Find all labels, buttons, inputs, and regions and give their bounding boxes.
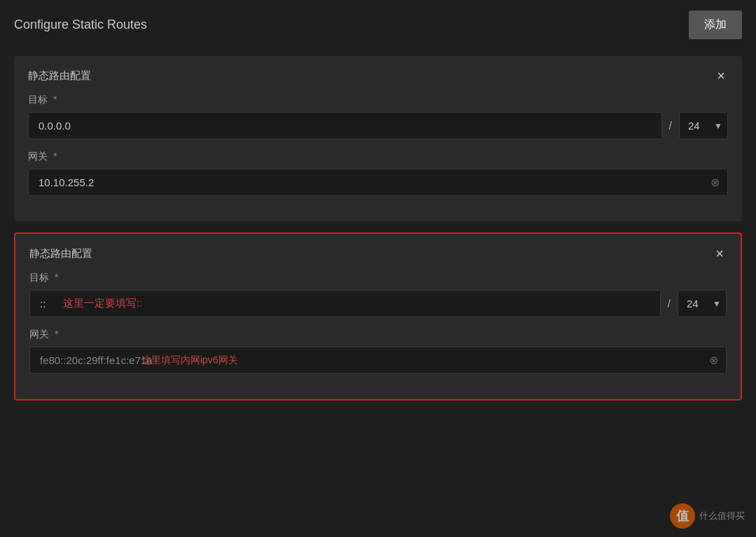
- watermark-label: 什么值得买: [699, 510, 745, 522]
- card-2-prefix-select[interactable]: 8 16 24 32 48 64 128: [678, 290, 727, 317]
- card-2-target-label: 目标 *: [29, 272, 727, 284]
- card-2-gateway-input[interactable]: [29, 347, 727, 374]
- card-2-target-ip-input[interactable]: [29, 290, 661, 317]
- route-card-1: 静态路由配置 × 目标 * / 8 16 24 32: [14, 56, 742, 221]
- watermark: 值 什么值得买: [670, 503, 745, 529]
- card-1-header: 静态路由配置 ×: [28, 67, 728, 84]
- header-bar: Configure Static Routes 添加: [0, 0, 756, 49]
- card-1-target-label: 目标 *: [28, 94, 728, 106]
- card-1-gateway-label: 网关 *: [28, 151, 728, 163]
- card-2-header: 静态路由配置 ×: [29, 245, 727, 262]
- card-1-prefix-wrapper: 8 16 24 32 ▼: [679, 112, 728, 139]
- card-2-prefix-wrapper: 8 16 24 32 48 64 128 ▼: [678, 290, 727, 317]
- card-1-close-button[interactable]: ×: [714, 67, 728, 84]
- card-1-gateway-input[interactable]: [28, 169, 728, 196]
- card-2-ip-wrapper: 这里一定要填写::: [29, 290, 661, 317]
- card-2-gateway-label: 网关 *: [29, 328, 727, 341]
- card-1-slash: /: [669, 120, 672, 132]
- card-2-gateway-wrapper: 这里填写内网ipv6网关 ⊗: [29, 347, 727, 374]
- card-2-close-button[interactable]: ×: [713, 245, 727, 262]
- page-title: Configure Static Routes: [14, 18, 147, 32]
- card-1-clear-button[interactable]: ⊗: [707, 175, 722, 190]
- card-1-gateway-wrapper: ⊗: [28, 169, 728, 196]
- route-card-2: 静态路由配置 × 目标 * 这里一定要填写:: / 8: [14, 232, 742, 400]
- card-2-title: 静态路由配置: [29, 247, 92, 260]
- card-1-target-ip-input[interactable]: [28, 112, 662, 139]
- card-1-target-group: 目标 * / 8 16 24 32 ▼: [28, 94, 728, 139]
- card-2-clear-button[interactable]: ⊗: [706, 353, 721, 368]
- card-1-gateway-group: 网关 * ⊗: [28, 151, 728, 196]
- main-content: 静态路由配置 × 目标 * / 8 16 24 32: [0, 49, 756, 537]
- page-container: Configure Static Routes 添加 静态路由配置 × 目标 *…: [0, 0, 756, 537]
- card-2-gateway-group: 网关 * 这里填写内网ipv6网关 ⊗: [29, 328, 727, 374]
- card-1-target-row: / 8 16 24 32 ▼: [28, 112, 728, 139]
- watermark-icon: 值: [670, 503, 695, 529]
- card-2-target-group: 目标 * 这里一定要填写:: / 8 16 24 32: [29, 272, 727, 317]
- card-2-slash: /: [668, 298, 671, 310]
- card-1-title: 静态路由配置: [28, 69, 91, 83]
- add-button[interactable]: 添加: [689, 11, 742, 39]
- card-2-target-row: 这里一定要填写:: / 8 16 24 32 48 64 128: [29, 290, 727, 317]
- card-1-prefix-select[interactable]: 8 16 24 32: [679, 112, 728, 139]
